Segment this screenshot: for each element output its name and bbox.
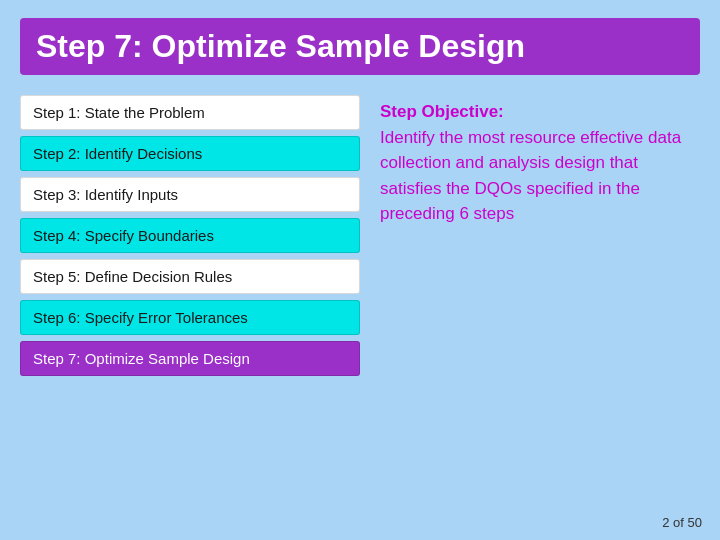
step-item-7[interactable]: Step 7: Optimize Sample Design — [20, 341, 360, 376]
objective-body: Identify the most resource effective dat… — [380, 128, 681, 224]
page-number: 2 of 50 — [662, 515, 702, 530]
page-title-text: Step 7: Optimize Sample Design — [36, 28, 525, 64]
objective-heading: Step Objective: — [380, 102, 504, 121]
step-item-1[interactable]: Step 1: State the Problem — [20, 95, 360, 130]
content-area: Step 1: State the ProblemStep 2: Identif… — [20, 95, 700, 376]
step-item-6[interactable]: Step 6: Specify Error Tolerances — [20, 300, 360, 335]
steps-list: Step 1: State the ProblemStep 2: Identif… — [20, 95, 360, 376]
objective-panel: Step Objective: Identify the most resour… — [380, 95, 700, 376]
page-title-bar: Step 7: Optimize Sample Design — [20, 18, 700, 75]
step-item-3[interactable]: Step 3: Identify Inputs — [20, 177, 360, 212]
step-item-5[interactable]: Step 5: Define Decision Rules — [20, 259, 360, 294]
step-item-2[interactable]: Step 2: Identify Decisions — [20, 136, 360, 171]
step-item-4[interactable]: Step 4: Specify Boundaries — [20, 218, 360, 253]
